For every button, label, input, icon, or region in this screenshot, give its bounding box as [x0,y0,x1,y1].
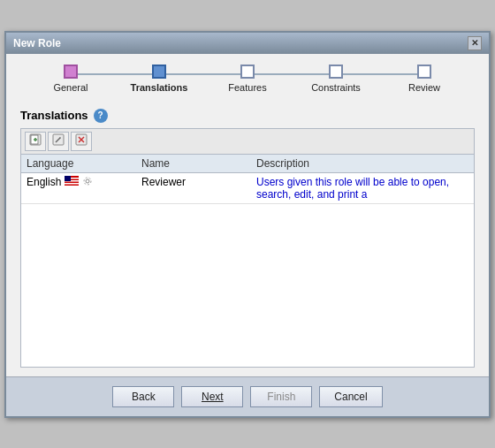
content-area: Translations ? [6,100,489,376]
name-cell: Reviewer [136,172,251,203]
add-button[interactable] [25,132,46,151]
footer-bar: Back Next Finish Cancel [6,376,489,416]
svg-rect-15 [65,183,79,185]
new-role-dialog: New Role ✕ General Translations Features… [4,31,491,418]
translations-table: Language Name Description English [21,155,474,204]
data-table-area: Language Name Description English [21,155,474,367]
svg-rect-16 [65,186,79,186]
language-gear-icon [82,176,93,189]
section-title-text: Translations [20,109,88,122]
finish-button[interactable]: Finish [250,386,312,407]
step-general-label: General [53,82,88,93]
step-translations-label: Translations [131,82,188,93]
step-constraints-circle [329,65,343,79]
add-icon [29,133,42,148]
next-button[interactable]: Next [181,386,243,407]
svg-point-19 [84,178,91,185]
language-flag-icon [65,176,79,189]
edit-icon [52,133,65,148]
help-icon[interactable]: ? [94,109,108,123]
svg-point-18 [86,179,89,183]
step-review-label: Review [408,82,440,93]
step-review[interactable]: Review [380,65,468,93]
col-name: Name [136,155,251,173]
col-description: Description [251,155,474,173]
section-title-row: Translations ? [20,109,475,123]
step-features-circle [240,65,255,79]
step-features-label: Features [228,82,266,93]
delete-button[interactable] [71,132,92,151]
svg-rect-17 [65,176,71,181]
close-button[interactable]: ✕ [468,36,482,50]
language-value: English [27,176,61,188]
step-review-circle [417,65,431,79]
edit-button[interactable] [48,132,69,151]
step-general-circle [64,65,78,79]
language-cell: English [21,172,136,203]
dialog-title: New Role [13,37,61,49]
delete-icon [75,133,88,148]
col-language: Language [21,155,136,173]
step-translations[interactable]: Translations [115,65,203,93]
step-constraints-label: Constraints [311,82,361,93]
wizard-steps: General Translations Features Constraint… [6,54,489,100]
back-button[interactable]: Back [112,386,174,407]
step-general[interactable]: General [27,65,115,93]
translations-table-container: Language Name Description English [20,128,475,368]
table-header-row: Language Name Description [21,155,474,173]
description-cell: Users given this role will be able to op… [251,172,474,203]
table-row[interactable]: English [21,172,474,203]
title-bar: New Role ✕ [6,33,489,54]
cancel-button[interactable]: Cancel [319,386,382,407]
step-constraints[interactable]: Constraints [292,65,380,93]
description-value: Users given this role will be able to op… [256,176,449,201]
table-toolbar [21,129,474,155]
step-translations-circle [152,65,166,79]
step-features[interactable]: Features [203,65,292,93]
